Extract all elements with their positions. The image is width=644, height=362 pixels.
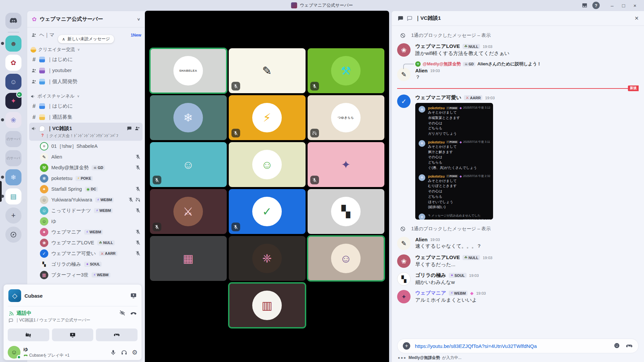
discord-home-button[interactable] [5,13,21,29]
explore-servers-button[interactable] [5,227,21,243]
voice-member-row[interactable]: ☺ こってりドーナツ ⚡WEBM [27,205,145,216]
video-tile[interactable]: ▚ [308,189,384,234]
avatar[interactable]: ✦ [397,290,411,303]
video-tile[interactable]: ❄ [150,95,227,140]
avatar[interactable]: ▚ [397,272,411,286]
mic-icon[interactable] [110,349,116,356]
input-link-text[interactable]: https://youtu.be/s83EZJQfToA?si=4UtnVu32… [415,343,537,349]
voice-member-row[interactable]: ❀ ウェブマニアLOVE ☘NULL [27,237,145,248]
video-tile[interactable]: ⚒ [308,48,384,93]
avatar[interactable]: ✎ [397,68,411,81]
mic-off-icon [135,186,141,192]
voice-member-row[interactable]: ✦ ウェブマニア ⚡WEBM [27,227,145,237]
disconnect-call-icon[interactable] [130,310,137,316]
mic-off-icon [128,197,133,202]
voice-member-row[interactable]: ☺ Yukiwara/Yukiwara ⚡WEBM [27,194,145,205]
channel-vc-zatsudan1-selected[interactable]: ｜VC雑談1 ? ｜クイズ大会！ﾄﾞﾝﾄﾞﾝﾄﾞﾝﾄﾞﾝ!!ﾄﾞﾝﾄﾞﾝﾊﾟﾌ [29,123,143,141]
user-avatar[interactable]: ☺ [8,346,20,359]
category-creator[interactable]: クリエイター交流 ˅ [27,45,145,54]
server-folder-1[interactable]: のサーバ [5,131,21,147]
screen-share-button[interactable] [52,328,94,341]
video-tile[interactable]: ☺ [229,142,306,187]
avatar[interactable]: ❀ [397,254,411,268]
voice-member-row[interactable]: ▚ ゴリラの極み ✦SOUL [27,259,145,269]
message-content: アルミホイルまくといいよ [415,297,486,303]
server-header[interactable]: ✿ ウェブマニア公式サーバー ˅ [27,11,145,27]
blocked-message-row[interactable]: 1通のブロックしたメッセージ – 表示 [397,224,639,234]
channel-youtuber[interactable]: ｜youtuber [27,65,145,76]
help-icon[interactable]: ? [590,1,602,10]
user-name[interactable]: ゆ [23,347,69,353]
category-voice[interactable]: ボイスチャンネル ˅ [27,92,145,101]
message-author[interactable]: ゴリラの極み [415,272,446,279]
server-icon-webmania-active-voice[interactable]: ✦ [5,93,21,109]
settings-gear-icon[interactable]: ⚙ [132,349,138,356]
maximize-button[interactable]: □ [618,1,629,10]
attach-plus-icon[interactable]: + [403,342,410,350]
video-tile[interactable]: ☺ [150,142,227,187]
close-icon[interactable]: × [635,14,639,22]
video-tile[interactable]: ✓ [229,189,306,234]
message-author[interactable]: Alien [415,68,428,73]
video-tile[interactable]: ▦ [150,236,227,281]
sticker-icon[interactable] [613,342,620,349]
message-input[interactable]: + https://youtu.be/s83EZJQfToA?si=4UtnVu… [397,339,639,353]
video-tile[interactable]: つゆきらら [308,95,384,140]
avatar[interactable]: ✎ [397,237,411,250]
video-tile[interactable]: ⚡ [229,95,306,140]
video-tile[interactable]: ❈ [229,236,306,281]
avatar[interactable]: ✓ [397,95,411,108]
controller-icon[interactable] [626,342,633,350]
voice-member-row[interactable]: ✦ Starfall Spring ◉DC [27,184,145,194]
avatar: ❈ [252,244,282,273]
voice-member-row[interactable]: ▦ ブターフィー3世 ⚡WEBM [27,269,145,280]
inbox-icon[interactable] [579,1,590,10]
server-name: ウェブマニア公式サーバー [40,16,103,23]
server-folder-2[interactable]: のサーバ [5,150,21,166]
server-icon-5[interactable]: ❀ [5,112,21,128]
headphones-icon[interactable] [121,349,127,356]
minimize-button[interactable]: – [606,1,618,10]
activities-button[interactable] [96,328,138,341]
channel-tsuwa-boshu[interactable]: # ｜通話募集 [27,112,145,123]
camera-off-button[interactable] [8,328,49,341]
close-button[interactable]: × [629,1,641,10]
avatar[interactable]: ❀ [397,43,411,57]
server-icon-3[interactable]: ☺ [5,74,21,90]
server-icon-2[interactable]: ✿ [5,55,21,71]
voice-member-row[interactable]: ☺ ゆ [27,216,145,227]
server-icon-8[interactable]: ❄ [5,169,21,185]
voice-member-row[interactable]: ✿ 01［!shw］ShabeleA [27,141,145,152]
channel-kojin-kaihatsu[interactable]: ｜個人開発勢 [27,76,145,87]
voice-channel-status: ? ｜クイズ大会！ﾄﾞﾝﾄﾞﾝﾄﾞﾝﾄﾞﾝ!!ﾄﾞﾝﾄﾞﾝﾊﾟﾌ [31,133,140,139]
voice-member-row[interactable]: ❄ poketetsu ⚡POKE [27,173,145,184]
call-location[interactable]: ｜VC雑談1 / ウェブマニア公式サーバー [8,317,137,323]
video-tile[interactable]: ✦ [308,142,384,187]
voice-member-row[interactable]: ✎ Alien [27,152,145,162]
image-attachment[interactable]: ❄ poketetsu⚡POKE◆2025/07/16 午後 3:12 みそとか… [415,103,493,220]
blocked-message-row[interactable]: 1通のブロックしたメッセージ – 表示 [397,31,639,41]
stream-activity-icon[interactable] [130,292,137,299]
noise-suppression-icon[interactable] [119,310,125,316]
video-tile[interactable]: ▥ [229,283,306,328]
role-badge: ☘NULL [463,44,480,49]
video-tile[interactable]: ☺ [308,236,384,281]
message-author[interactable]: ウェブマニアLOVE [415,43,460,50]
message-author[interactable]: ウェブマニア [415,290,446,296]
add-server-button[interactable]: + [5,207,21,224]
server-icon-1[interactable]: ☻ [5,36,21,52]
video-tile[interactable]: ⚔ [150,189,227,234]
new-unread-banner[interactable]: ∧ 新しい未読メッセージ [58,35,114,43]
message-author[interactable]: ウェブマニアLOVE [415,254,460,261]
server-icon-9[interactable]: ▤ [5,188,21,204]
video-tile[interactable]: ✎ [229,48,306,93]
voice-member-row[interactable]: ✓ ウェブマニア可愛い ⚔AARR [27,248,145,259]
video-tile[interactable]: SHABELEA [150,48,227,93]
reply-reference[interactable]: ⚒ @Medly@無課金勢 ☠GD Alienさんのために説明しよう！ [415,61,639,67]
voice-member-row[interactable]: ⚒ Medly@無課金勢 ☠GD [27,162,145,173]
channel-hajimeni-voice[interactable]: # ｜はじめに [27,101,145,112]
channel-hajimeni-text[interactable]: # ｜はじめに [27,54,145,65]
chat-message: ❀ ウェブマニアLOVE ☘NULL 19:03 誰かwifi軽くする方法を教え… [397,43,639,57]
message-author[interactable]: Alien [415,237,428,242]
message-author[interactable]: ウェブマニア可愛い [415,95,461,101]
